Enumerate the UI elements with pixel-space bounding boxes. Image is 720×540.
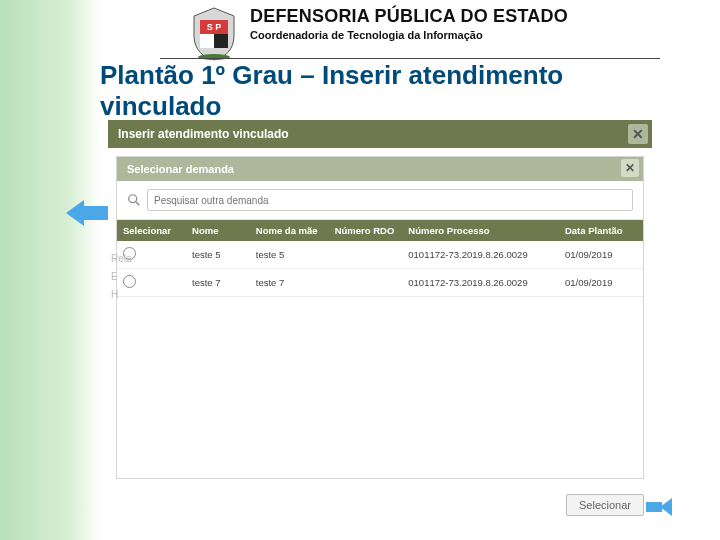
search-icon xyxy=(127,193,141,207)
page-title: Plantão 1º Grau – Inserir atendimento vi… xyxy=(100,60,563,122)
col-blank xyxy=(547,220,559,241)
table-header-row: Selecionar Nome Nome da mãe Número RDO N… xyxy=(117,220,643,241)
svg-rect-1 xyxy=(200,34,214,48)
cell-rdo xyxy=(329,269,403,297)
header-rule xyxy=(160,58,660,59)
callout-arrow-right xyxy=(646,498,672,516)
cell-mae: teste 7 xyxy=(250,269,329,297)
page-title-line2: vinculado xyxy=(100,91,221,121)
footer-actions: Selecionar xyxy=(566,494,644,516)
select-demand-bar: Selecionar demanda ✕ xyxy=(117,157,643,181)
header: S P DEFENSORIA PÚBLICA DO ESTADO Coorden… xyxy=(190,6,660,62)
page-title-line1: Plantão 1º Grau – Inserir atendimento xyxy=(100,60,563,90)
side-gradient xyxy=(0,0,100,540)
select-button[interactable]: Selecionar xyxy=(566,494,644,516)
ghost-text: Rela xyxy=(111,253,132,264)
svg-text:S P: S P xyxy=(207,22,222,32)
cell-proc: 0101172-73.2019.8.26.0029 xyxy=(402,241,547,269)
cell-data: 01/09/2019 xyxy=(559,241,643,269)
search-row xyxy=(117,181,643,220)
modal-body: Selecionar demanda ✕ Selecionar Nome Nom… xyxy=(116,156,644,479)
radio-icon[interactable] xyxy=(123,275,136,288)
col-rdo: Número RDO xyxy=(329,220,403,241)
col-nome: Nome xyxy=(186,220,250,241)
demand-table: Selecionar Nome Nome da mãe Número RDO N… xyxy=(117,220,643,297)
modal-title: Inserir atendimento vinculado xyxy=(118,127,289,141)
svg-rect-2 xyxy=(214,34,228,48)
table-row[interactable]: teste 5 teste 5 0101172-73.2019.8.26.002… xyxy=(117,241,643,269)
crest-logo: S P xyxy=(190,6,238,62)
cell-rdo xyxy=(329,241,403,269)
modal-window: Inserir atendimento vinculado ✕ Selecion… xyxy=(108,120,652,485)
cell-data: 01/09/2019 xyxy=(559,269,643,297)
close-icon[interactable]: ✕ xyxy=(621,159,639,177)
svg-point-5 xyxy=(129,195,137,203)
col-mae: Nome da mãe xyxy=(250,220,329,241)
svg-line-6 xyxy=(136,202,140,206)
org-name: DEFENSORIA PÚBLICA DO ESTADO xyxy=(250,6,660,27)
col-data: Data Plantão xyxy=(559,220,643,241)
org-sub: Coordenadoria de Tecnologia da Informaçã… xyxy=(250,29,660,41)
cell-proc: 0101172-73.2019.8.26.0029 xyxy=(402,269,547,297)
col-select: Selecionar xyxy=(117,220,186,241)
col-proc: Número Processo xyxy=(402,220,547,241)
select-demand-title: Selecionar demanda xyxy=(127,163,234,175)
close-icon[interactable]: ✕ xyxy=(628,124,648,144)
cell-nome: teste 5 xyxy=(186,241,250,269)
search-input[interactable] xyxy=(147,189,633,211)
table-row[interactable]: teste 7 teste 7 0101172-73.2019.8.26.002… xyxy=(117,269,643,297)
ghost-text: E xyxy=(111,271,118,282)
ghost-text: H xyxy=(111,289,118,300)
cell-nome: teste 7 xyxy=(186,269,250,297)
modal-titlebar: Inserir atendimento vinculado ✕ xyxy=(108,120,652,148)
cell-mae: teste 5 xyxy=(250,241,329,269)
